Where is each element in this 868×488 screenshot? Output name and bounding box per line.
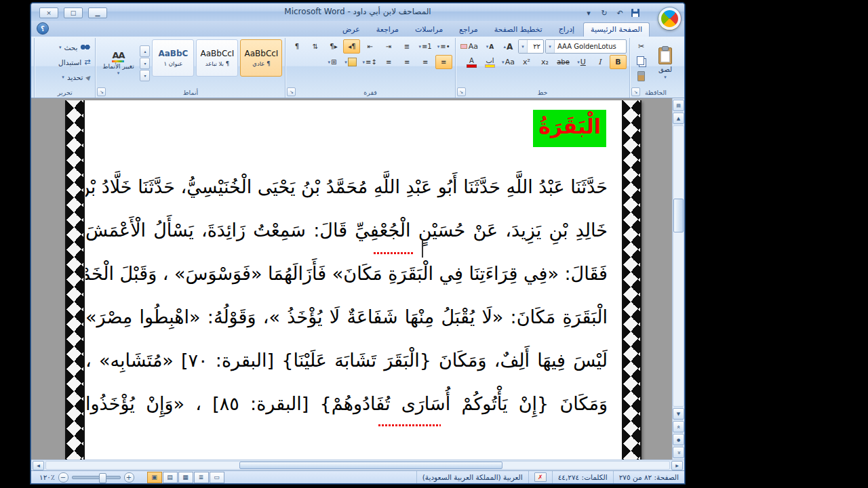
scroll-left-button[interactable]: ◀ [33,461,44,470]
zoom-in-button[interactable]: + [124,472,134,483]
zoom-slider[interactable] [72,476,121,479]
qat-customize-button[interactable]: ▾ [582,7,595,19]
decrease-indent-button[interactable]: ⇥ [380,39,397,54]
next-page-button[interactable]: « [673,447,684,458]
vertical-scrollbar-thumb[interactable] [673,199,684,232]
web-layout-view-button[interactable]: ▦ [178,472,193,483]
bold-button[interactable]: B [610,55,627,69]
tab-references[interactable]: مراجع [452,22,486,37]
strikethrough-button[interactable]: abe [555,55,572,69]
italic-button[interactable]: I [591,55,608,69]
font-dialog-launcher[interactable]: ↘ [457,87,466,96]
rtl-text-direction-button[interactable]: ¶◂ [343,39,360,54]
justify-button[interactable]: ≡ [380,55,397,69]
chevron-down-icon: ▾ [418,44,421,49]
show-formatting-marks-button[interactable]: ¶ [288,39,305,54]
search-icon [80,43,90,51]
format-painter-button[interactable] [633,69,650,83]
paragraph-dialog-launcher[interactable]: ↘ [287,87,296,96]
chevron-down-icon[interactable]: ▾ [546,40,555,53]
print-layout-view-button[interactable]: ▣ [147,472,162,483]
sort-button[interactable]: ⇅ [307,39,323,54]
change-styles-button[interactable]: AA تغيير الأنماط ▾ [98,39,138,87]
multilevel-list-icon: ≣ [404,43,410,50]
tab-review[interactable]: مراجعة [369,22,406,37]
zoom-level[interactable]: ١٢٠٪ [39,473,55,481]
increase-indent-button[interactable]: ⇤ [361,39,378,54]
line-spacing-button[interactable]: ↕≡▾ [360,55,378,69]
horizontal-scrollbar-thumb[interactable] [239,462,502,469]
rtl-direction-icon: ¶◂ [348,43,355,50]
shrink-font-button[interactable]: A▾ [481,39,498,54]
status-page-number[interactable]: الصفحة: ٨٢ من ٢٧٥ [613,471,684,483]
ltr-text-direction-button[interactable]: ▸¶ [325,39,342,54]
outline-view-button[interactable]: ≣ [194,472,209,483]
superscript-button[interactable]: x² [518,55,535,69]
zoom-slider-thumb[interactable] [99,473,106,483]
align-center-button[interactable]: ≡ [417,55,434,69]
clear-formatting-button[interactable]: Aa [458,39,480,54]
zoom-out-button[interactable]: − [58,472,68,483]
styles-scroll-up-button[interactable]: ▴ [140,45,150,57]
tab-mailings[interactable]: مراسلات [408,22,450,37]
font-name-combo[interactable]: AAA GoldenLotus ▾ [545,39,627,54]
tab-home[interactable]: الصفحة الرئيسية [583,22,650,37]
undo-button[interactable]: ↶ [613,7,627,19]
redo-button[interactable]: ↻ [597,7,611,19]
chevron-down-icon[interactable]: ▾ [519,40,528,53]
highlight-color-button[interactable]: اب [481,55,498,70]
font-color-button[interactable]: A [463,55,480,70]
save-button[interactable] [629,7,642,19]
status-proofing[interactable]: ✗ [528,471,552,483]
styles-more-button[interactable]: ▾ [140,70,150,81]
vertical-scrollbar-track[interactable] [673,125,684,407]
ruler-toggle-button[interactable]: ▤ [673,100,684,111]
borders-button[interactable]: ⊞▾ [323,55,340,69]
down-arrow-icon: ▾ [144,61,146,66]
scroll-up-button[interactable]: ▲ [673,113,684,124]
office-button[interactable] [658,7,681,30]
scroll-down-button[interactable]: ▼ [673,408,684,420]
previous-page-button[interactable]: « [673,421,684,432]
bullets-button[interactable]: •≡▾ [435,39,452,54]
style-no-spacing[interactable]: AaBbCcI ¶ بلا تباعد [196,39,238,77]
change-case-button[interactable]: Aa▾ [500,55,517,69]
tab-page-layout[interactable]: تخطيط الصفحة [487,22,550,37]
vertical-scrollbar[interactable]: ▤ ▲ ▼ « ● « [672,98,684,460]
shading-button[interactable]: ▾ [342,55,359,69]
font-size-combo[interactable]: ٢٢ ▾ [518,39,544,54]
status-language[interactable]: العربية (المملكة العربية السعودية) [416,471,528,483]
help-button[interactable]: ؟ [37,22,49,35]
multilevel-list-button[interactable]: ≣ [398,39,415,54]
tab-insert[interactable]: إدراج [551,22,582,37]
find-button[interactable]: بحث ▾ [37,40,92,54]
surah-title: الْبَقَرَةُ [533,110,606,147]
status-word-count[interactable]: الكلمات: ٤٤,٢٧٤ [552,471,613,483]
subscript-button[interactable]: x₂ [536,55,553,69]
style-preview: AaBbCcI [200,49,234,58]
select-button[interactable]: ▶ تحديد ▾ [37,70,92,84]
horizontal-scrollbar-track[interactable] [45,461,670,470]
horizontal-scrollbar[interactable]: ◀ ▶ [31,460,684,470]
cut-button[interactable]: ✂ [633,39,650,54]
clipboard-dialog-launcher[interactable]: ↘ [631,87,640,96]
styles-scroll-down-button[interactable]: ▾ [140,58,150,69]
grow-font-button[interactable]: A▴ [500,39,517,54]
styles-dialog-launcher[interactable]: ↘ [97,87,106,96]
copy-button[interactable] [633,54,650,68]
paste-button[interactable]: لصق ▾ [652,39,679,87]
document-line: خَالِدِ بْنِ يَزِيدَ، عَنْ حُسَيْنٍ الْج… [85,209,608,252]
style-normal[interactable]: AaBbCcI ¶ عادي [240,39,282,77]
document-page[interactable]: الْبَقَرَةُ حَدَّثَنَا عَبْدُ اللَّهِ حَ… [65,100,642,460]
select-browse-object-button[interactable]: ● [673,434,684,445]
replace-button[interactable]: ⇄ استبدال [37,55,92,69]
full-screen-reading-view-button[interactable]: ▤ [163,472,178,483]
underline-button[interactable]: U▾ [573,55,590,69]
align-right-button[interactable]: ≡ [435,55,452,69]
numbering-button[interactable]: 1≡▾ [416,39,433,54]
draft-view-button[interactable]: ▭ [210,472,224,483]
tab-view[interactable]: عرض [335,22,368,37]
style-heading1[interactable]: AaBbC عنوان ١ [152,39,194,77]
align-left-button[interactable]: ≡ [399,55,416,69]
scroll-right-button[interactable]: ▶ [671,461,683,470]
